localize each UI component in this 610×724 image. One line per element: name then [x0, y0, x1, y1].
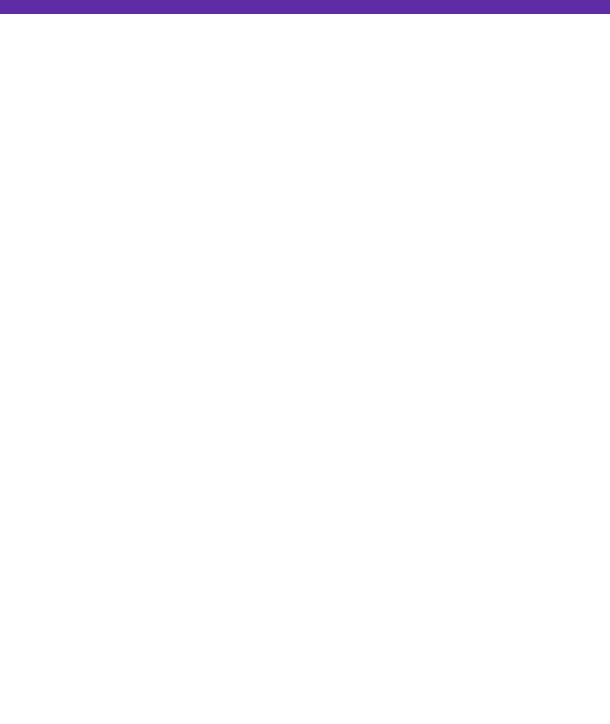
page-top-bar — [0, 0, 610, 14]
